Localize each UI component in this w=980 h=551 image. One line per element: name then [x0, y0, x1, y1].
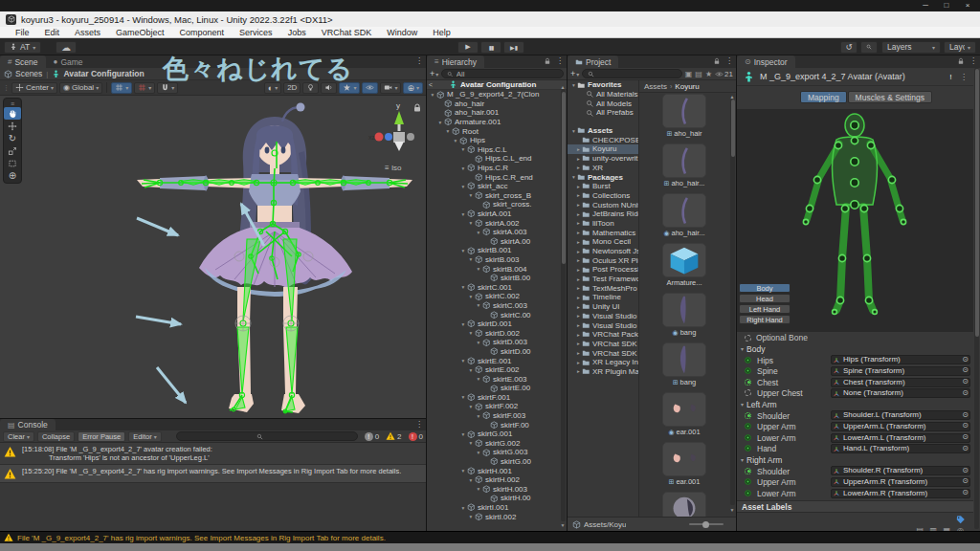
- menu-item-file[interactable]: File: [8, 27, 37, 38]
- expand-arrow-icon[interactable]: ▸: [575, 322, 582, 328]
- scroll-down-icon[interactable]: ▼: [561, 522, 566, 528]
- scene-visibility-button[interactable]: [362, 82, 378, 94]
- hierarchy-item[interactable]: ▾skirtA.003: [427, 228, 561, 237]
- hierarchy-item[interactable]: ▾skirtG.003: [427, 448, 561, 457]
- hierarchy-item[interactable]: ▾skirtC.002: [427, 292, 561, 301]
- divider[interactable]: [567, 55, 568, 531]
- expand-arrow-icon[interactable]: ▾: [459, 394, 467, 400]
- lighting-toggle-button[interactable]: [302, 82, 319, 94]
- package-folder-item[interactable]: ▸Burst: [568, 182, 638, 191]
- effects-toggle-button[interactable]: ▾: [339, 82, 360, 94]
- expand-arrow-icon[interactable]: ▾: [475, 302, 482, 308]
- object-picker-icon[interactable]: ⊙: [962, 445, 969, 453]
- package-folder-item[interactable]: ▸XR Legacy Inp: [568, 358, 638, 367]
- asset-thumbnail[interactable]: Armature...: [639, 243, 729, 287]
- hierarchy-item[interactable]: skirtA.00: [427, 237, 561, 247]
- 2d-toggle-button[interactable]: 2D: [283, 82, 301, 94]
- grid-snap-button[interactable]: ▾: [111, 82, 132, 94]
- scene-viewport[interactable]: y xz ≡ Iso ≡ ↻: [0, 96, 426, 418]
- object-picker-icon[interactable]: ⊙: [962, 489, 969, 497]
- thumbnail-size-slider[interactable]: [689, 523, 724, 525]
- expand-arrow-icon[interactable]: ▾: [467, 404, 475, 409]
- console-search-input[interactable]: [176, 431, 358, 441]
- expand-arrow-icon[interactable]: ▾: [436, 120, 444, 125]
- kebab-menu-icon[interactable]: ⋮: [960, 73, 968, 81]
- bone-object-field[interactable]: Chest (Transform)⊙: [831, 378, 970, 387]
- hierarchy-item[interactable]: ▾skirtG.002: [427, 439, 561, 449]
- expand-arrow-icon[interactable]: ▾: [467, 256, 475, 262]
- shading-mode-button[interactable]: ◐▾: [264, 82, 281, 94]
- inspector-scrollbar[interactable]: [974, 68, 979, 529]
- package-folder-item[interactable]: ▸Newtonsoft Js: [568, 247, 638, 256]
- gizmos-button[interactable]: ⊕▾: [403, 82, 423, 94]
- expand-arrow-icon[interactable]: ▾: [475, 450, 482, 455]
- play-button[interactable]: ▶: [457, 41, 479, 54]
- menu-item-services[interactable]: Services: [232, 27, 280, 38]
- object-picker-icon[interactable]: ⊙: [962, 356, 969, 364]
- increment-snap-button[interactable]: ▾: [134, 82, 155, 94]
- object-picker-icon[interactable]: ⊙: [962, 389, 969, 398]
- hierarchy-scrollbar[interactable]: [561, 90, 566, 521]
- camera-settings-button[interactable]: ▾: [380, 82, 401, 94]
- expand-arrow-icon[interactable]: ▾: [570, 128, 577, 134]
- bone-object-field[interactable]: LowerArm.L (Transform)⊙: [831, 433, 970, 443]
- hierarchy-item[interactable]: ▾skirtI.002: [427, 512, 561, 521]
- hierarchy-item[interactable]: skirtF.00: [427, 420, 561, 430]
- package-folder-item[interactable]: ▸Timeline: [568, 293, 638, 302]
- object-picker-icon[interactable]: ⊙: [962, 477, 969, 486]
- favorite-item[interactable]: All Materials: [568, 90, 638, 99]
- hierarchy-item[interactable]: ▾skirtD.001: [427, 320, 561, 329]
- bone-object-field[interactable]: Spine (Transform)⊙: [831, 366, 970, 376]
- console-log-entry[interactable]: [15:18:08] File 'M _G_9_export4_2_7' ava…: [0, 443, 426, 465]
- favorite-item[interactable]: All Models: [568, 99, 638, 108]
- package-folder-item[interactable]: ▸Test Framewo: [568, 275, 638, 284]
- expand-arrow-icon[interactable]: ▾: [467, 367, 475, 373]
- scroll-up-icon[interactable]: ▲: [561, 84, 566, 90]
- error-pause-button[interactable]: Error Pause: [78, 431, 125, 442]
- expand-arrow-icon[interactable]: ▾: [459, 184, 467, 189]
- scrollbar-thumb[interactable]: [731, 99, 735, 157]
- step-button[interactable]: ▶▮: [503, 41, 524, 54]
- favorites-star-icon[interactable]: ★: [705, 70, 712, 78]
- expand-arrow-icon[interactable]: ▸: [575, 220, 582, 226]
- expand-arrow-icon[interactable]: ▾: [459, 248, 467, 253]
- asset-thumbnail[interactable]: ◉bang: [639, 293, 729, 337]
- pivot-mode-button[interactable]: Center ▾: [11, 82, 57, 94]
- favorites-header[interactable]: ▾Favorites: [568, 80, 638, 90]
- menu-item-edit[interactable]: Edit: [37, 27, 68, 38]
- expand-arrow-icon[interactable]: ▾: [459, 505, 467, 511]
- menu-item-component[interactable]: Component: [172, 27, 233, 38]
- expand-arrow-icon[interactable]: ▸: [575, 165, 582, 170]
- bone-object-field[interactable]: None (Transform)⊙: [831, 388, 970, 398]
- hierarchy-item[interactable]: ▾skirtE.002: [427, 365, 561, 375]
- hierarchy-item[interactable]: ▾skirtF.003: [427, 411, 561, 421]
- console-log-entry[interactable]: [15:25:20] File 'M _G_9_export4_2_7' has…: [0, 465, 426, 483]
- tab-scene[interactable]: # Scene: [0, 55, 46, 68]
- pause-button[interactable]: ▮▮: [480, 41, 501, 54]
- maximize-button[interactable]: □: [936, 0, 957, 11]
- layout-dropdown[interactable]: Layout▾: [944, 41, 976, 54]
- object-picker-icon[interactable]: ⊙: [962, 411, 969, 420]
- hierarchy-item[interactable]: ▾skirtB.003: [427, 255, 561, 265]
- hierarchy-item[interactable]: ▾skirtA.002: [427, 218, 561, 228]
- hierarchy-item[interactable]: skirtG.00: [427, 457, 561, 467]
- hierarchy-item[interactable]: ▾skirtB.004: [427, 264, 561, 274]
- package-folder-item[interactable]: ▸JetBrains Ride: [568, 209, 638, 219]
- collapse-button[interactable]: Collapse: [37, 431, 75, 442]
- bone-object-field[interactable]: Shoulder.R (Transform)⊙: [831, 466, 970, 475]
- hierarchy-item[interactable]: skirtH.00: [427, 494, 561, 503]
- hierarchy-item[interactable]: ▾skirtI.001: [427, 503, 561, 513]
- hierarchy-item[interactable]: skirt_cross.: [427, 200, 561, 209]
- close-button[interactable]: ×: [957, 0, 978, 11]
- expand-arrow-icon[interactable]: ▸: [575, 341, 582, 346]
- hierarchy-item[interactable]: ▾skirtA.001: [427, 209, 561, 219]
- info-count-badge[interactable]: !0: [365, 432, 379, 441]
- hierarchy-item[interactable]: skirtE.00: [427, 384, 561, 393]
- package-folder-item[interactable]: ▸Mono Cecil: [568, 237, 638, 247]
- expand-arrow-icon[interactable]: ▾: [467, 514, 475, 519]
- hierarchy-item[interactable]: ▾Root: [427, 126, 561, 136]
- expand-arrow-icon[interactable]: ▾: [459, 468, 467, 474]
- menu-item-help[interactable]: Help: [425, 27, 458, 38]
- expand-arrow-icon[interactable]: ▾: [467, 440, 475, 446]
- tool-strip-handle[interactable]: ≡: [4, 99, 21, 107]
